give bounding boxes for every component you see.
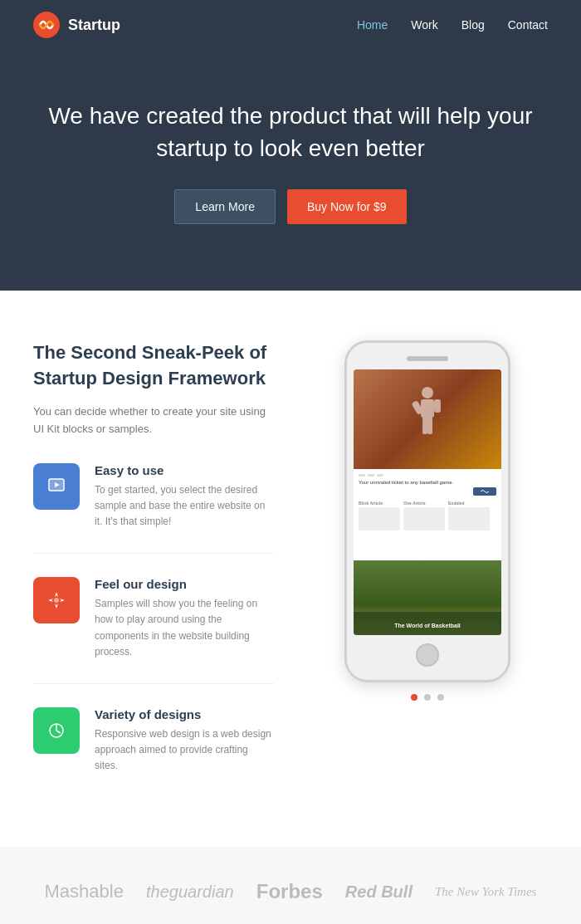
feel-design-icon — [33, 577, 80, 623]
features-left: The Second Sneak-Peek of Startup Design … — [33, 340, 274, 797]
logo-nyt: The New York Times — [435, 885, 536, 899]
phone-speaker — [407, 356, 448, 361]
nav-blog[interactable]: Blog — [461, 18, 485, 32]
easy-to-use-icon — [33, 463, 80, 510]
feature-title-3: Variety of designs — [95, 707, 274, 721]
phone-mockup: Your unrivaled ticket to any baseball ga… — [344, 340, 510, 682]
phone-screen: Your unrivaled ticket to any baseball ga… — [354, 369, 501, 635]
learn-more-button[interactable]: Learn More — [174, 189, 276, 224]
header: Startup Home Work Blog Contact — [0, 0, 581, 50]
feature-text-2: Feel our design Samples will show you th… — [95, 577, 274, 660]
logo-redbull: Red Bull — [345, 882, 413, 902]
svg-point-8 — [422, 387, 433, 398]
hero-section: We have created the product that will he… — [0, 50, 581, 291]
phone-screen-content: Your unrivaled ticket to any baseball ga… — [354, 369, 501, 635]
hero-buttons: Learn More Buy Now for $9 — [33, 189, 548, 224]
logo-mashable: Mashable — [45, 881, 124, 902]
logo-text: Startup — [68, 17, 120, 34]
logo-area: Startup — [33, 12, 120, 38]
carousel-dot-3[interactable] — [437, 694, 444, 701]
svg-rect-11 — [434, 399, 441, 413]
feature-item-1: Easy to use To get started, you select t… — [33, 463, 274, 555]
feature-desc-2: Samples will show you the feeling on how… — [95, 596, 274, 660]
feature-item-2: Feel our design Samples will show you th… — [33, 577, 274, 684]
svg-rect-13 — [427, 416, 432, 434]
logos-section: Mashable theguardian Forbes Red Bull The… — [0, 847, 581, 924]
logo-icon — [33, 12, 60, 38]
features-subtitle: You can decide whether to create your si… — [33, 403, 274, 438]
buy-now-button[interactable]: Buy Now for $9 — [287, 189, 407, 224]
carousel-dot-1[interactable] — [411, 694, 417, 701]
svg-point-4 — [54, 598, 59, 603]
feature-title-1: Easy to use — [95, 463, 274, 477]
hero-headline: We have created the product that will he… — [33, 100, 548, 164]
feature-text-1: Easy to use To get started, you select t… — [95, 463, 274, 530]
phone-outer: Your unrivaled ticket to any baseball ga… — [344, 340, 510, 682]
feature-item-3: Variety of designs Responsive web design… — [33, 707, 274, 798]
nav-work[interactable]: Work — [411, 18, 437, 32]
svg-rect-12 — [422, 416, 427, 434]
nav: Home Work Blog Contact — [357, 18, 548, 32]
nav-contact[interactable]: Contact — [508, 18, 548, 32]
feature-title-2: Feel our design — [95, 577, 274, 591]
features-section: The Second Sneak-Peek of Startup Design … — [0, 291, 581, 847]
carousel-dot-2[interactable] — [424, 694, 431, 701]
logo-guardian: theguardian — [146, 882, 234, 902]
features-title: The Second Sneak-Peek of Startup Design … — [33, 340, 274, 392]
nav-home[interactable]: Home — [357, 18, 388, 32]
feature-desc-1: To get started, you select the desired s… — [95, 482, 274, 530]
features-right: Your unrivaled ticket to any baseball ga… — [307, 340, 548, 797]
screen-banner-text: The World of Basketball — [394, 623, 461, 628]
variety-icon — [33, 707, 80, 754]
svg-line-7 — [56, 731, 61, 733]
phone-home-button — [416, 643, 439, 667]
svg-rect-9 — [421, 399, 434, 418]
feature-text-3: Variety of designs Responsive web design… — [95, 707, 274, 775]
logo-forbes: Forbes — [256, 880, 323, 903]
feature-desc-3: Responsive web design is a web design ap… — [95, 726, 274, 775]
carousel-dots — [411, 694, 444, 701]
